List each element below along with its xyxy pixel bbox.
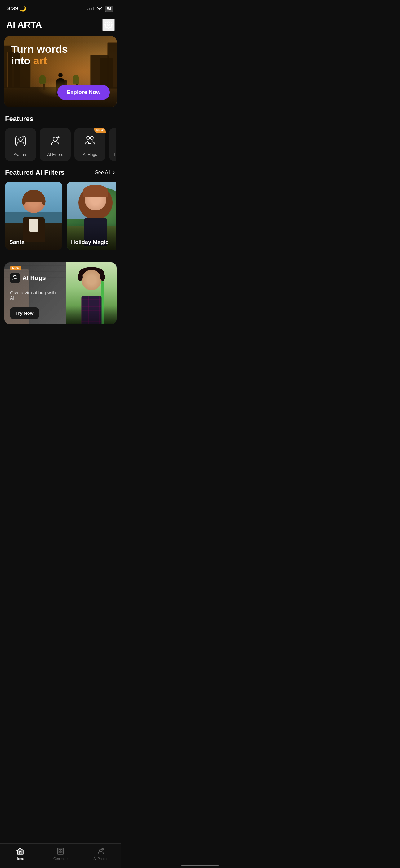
time-display: 3:39 [7, 6, 18, 12]
hero-content: Turn words into art Explore Now [4, 36, 116, 107]
ai-hugs-icon-box [10, 273, 20, 283]
avatars-icon: + [13, 133, 28, 148]
hero-actions: Explore Now [11, 85, 110, 100]
generate-nav-icon [56, 847, 65, 856]
wifi-icon [97, 6, 102, 11]
svg-rect-14 [59, 850, 60, 851]
features-section: Features + Avatars [0, 115, 121, 168]
avatars-icon-svg: + [14, 135, 27, 147]
gear-icon [104, 21, 112, 29]
filters-scroll[interactable]: Santa [5, 182, 116, 250]
person-face-aihugs [80, 269, 103, 292]
nav-item-home[interactable]: Home [0, 847, 40, 861]
hugs-icon-svg [12, 275, 18, 281]
svg-point-12 [15, 276, 16, 277]
see-all-button[interactable]: See All [95, 170, 116, 176]
filter-card-holiday[interactable]: Holiday Magic [67, 182, 116, 250]
nav-item-generate[interactable]: Generate [40, 847, 80, 861]
home-icon-svg [16, 847, 24, 855]
nav-label-aiphotos: AI Photos [93, 857, 108, 861]
new-badge-aihugs: NEW [94, 128, 106, 133]
ai-hugs-content: NEW AI Hugs [10, 268, 61, 283]
hero-text: Turn words into art [11, 43, 79, 67]
svg-point-10 [90, 136, 93, 140]
status-bar: 3:39 🌙 54 [0, 0, 121, 16]
settings-button[interactable] [102, 19, 115, 31]
feature-label-tattoo: Tattoo Mode [113, 152, 116, 157]
aihugs-icon-svg [84, 135, 96, 147]
app-title: AI ARTA [6, 20, 42, 30]
svg-point-8 [58, 137, 59, 138]
see-all-label: See All [95, 170, 110, 176]
generate-icon-svg [57, 847, 65, 855]
ai-hugs-btn-area: Try Now [10, 307, 61, 319]
ai-hugs-left-panel: NEW AI Hugs Give a virtual hug wi [4, 262, 66, 324]
ai-hugs-title-text: AI Hugs [22, 274, 46, 282]
nav-label-home: Home [15, 857, 25, 861]
ai-hugs-section[interactable]: NEW AI Hugs Give a virtual hug wi [4, 262, 116, 324]
ai-hugs-right-panel [66, 262, 116, 324]
svg-rect-13 [57, 848, 64, 854]
svg-point-9 [87, 136, 90, 140]
svg-rect-17 [61, 851, 62, 853]
feature-card-aihugs[interactable]: NEW AI Hugs [74, 128, 105, 161]
feature-card-avatars[interactable]: + Avatars [5, 128, 36, 161]
person-photo-area [66, 262, 116, 324]
bottom-overlay [66, 306, 116, 324]
chevron-right-icon [112, 170, 116, 175]
new-badge-aihugs-section: NEW [10, 265, 22, 270]
nav-item-aiphotos[interactable]: AI Photos [80, 847, 121, 861]
battery-icon: 54 [105, 6, 113, 12]
app-header: AI ARTA [0, 16, 121, 36]
svg-point-6 [53, 137, 57, 141]
hero-art-word: art [33, 55, 47, 66]
aiphotos-nav-icon [96, 847, 105, 856]
aifilters-icon-svg [49, 135, 61, 147]
status-time: 3:39 🌙 [7, 6, 26, 12]
feature-label-aifilters: AI Filters [47, 152, 63, 157]
features-title: Features [5, 115, 33, 123]
signal-icon [87, 7, 94, 10]
svg-point-19 [102, 848, 103, 850]
status-icons: 54 [87, 6, 113, 12]
svg-point-1 [108, 24, 110, 26]
feature-label-avatars: Avatars [14, 152, 27, 157]
featured-filters-section: Featured AI Filters See All [0, 168, 121, 256]
feature-label-aihugs: AI Hugs [83, 152, 97, 157]
hero-banner: Turn words into art Explore Now [4, 36, 116, 107]
ai-hugs-title-row: AI Hugs [10, 273, 61, 283]
filter-card-santa[interactable]: Santa [5, 182, 62, 250]
home-nav-icon [16, 847, 25, 856]
bottom-navigation: Home Generate AI Photos [0, 843, 121, 868]
svg-point-0 [99, 10, 100, 11]
svg-rect-15 [61, 850, 62, 851]
features-header: Features [5, 115, 116, 123]
new-badge-text: NEW [10, 266, 22, 270]
filter-label-holiday: Holiday Magic [71, 239, 108, 246]
svg-rect-16 [59, 851, 60, 853]
ai-hugs-description: Give a virtual hug with AI [10, 290, 61, 301]
hero-title: Turn words into art [11, 43, 79, 67]
try-now-button[interactable]: Try Now [10, 307, 39, 319]
features-scroll[interactable]: + Avatars AI Filters [5, 128, 116, 162]
filter-label-santa: Santa [9, 239, 25, 246]
feature-card-aifilters[interactable]: AI Filters [40, 128, 71, 161]
ai-hugs-desc-area: Give a virtual hug with AI [10, 290, 61, 301]
aifilters-icon [48, 133, 63, 148]
feature-card-tattoo[interactable]: NEW Tattoo Mode [109, 128, 116, 161]
svg-point-3 [19, 137, 22, 141]
nav-label-generate: Generate [53, 857, 68, 861]
filters-section-title: Featured AI Filters [5, 168, 65, 177]
explore-now-button[interactable]: Explore Now [57, 85, 110, 100]
moon-icon: 🌙 [20, 6, 26, 12]
aiphotos-icon-svg [97, 847, 105, 855]
aihugs-icon [82, 133, 97, 148]
battery-level: 54 [107, 6, 111, 11]
hero-line1: Turn words [11, 43, 68, 55]
filters-section-header: Featured AI Filters See All [5, 168, 116, 177]
hero-line2: into [11, 55, 33, 66]
